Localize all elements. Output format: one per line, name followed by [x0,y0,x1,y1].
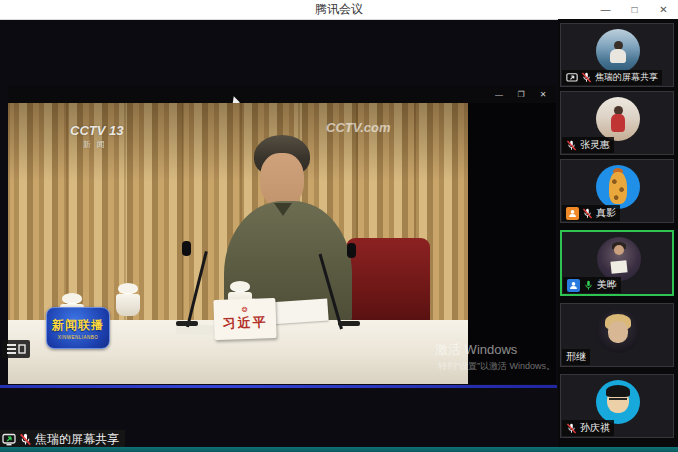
participants-sidebar: 焦瑞的屏幕共享 张灵惠 [558,19,678,452]
microphone-left-head [182,241,191,256]
tencent-meeting-window: 腾讯会议 — □ ✕ — ❐ ✕ 菜单 [0,0,678,452]
shared-screen-area: — ❐ ✕ 菜单 [0,20,558,452]
mic-muted-icon [566,140,577,151]
participant-name: 孙庆祺 [580,421,610,435]
avatar [596,29,640,73]
cctv-com-watermark: CCTV.com [326,120,391,135]
mic-active-icon [583,280,594,291]
xinwen-lianbo-logo: 新闻联播 XINWENLIANBO [46,307,110,349]
nameplate-text: 习近平 [222,313,268,333]
avatar [596,97,640,141]
player-letterbox [468,103,556,366]
mic-muted-icon [566,423,577,434]
participant-label: 美晔 [563,277,621,293]
participant-tile-active-speaker[interactable]: 美晔 [560,230,674,296]
avatar [597,237,641,281]
list-layout-icon [6,343,26,355]
microphone-right-base [338,321,360,326]
cctv13-logo: CCTV 13 新闻 [70,123,123,150]
window-title: 腾讯会议 [0,1,678,18]
participant-label: 张灵惠 [562,137,614,153]
red-chair [346,238,430,326]
avatar [596,380,640,424]
participant-label: 真影 [562,205,620,221]
share-area-divider [0,385,557,388]
shared-player-window: — ❐ ✕ 菜单 [8,85,556,384]
mic-muted-icon [582,208,593,219]
xinwen-lianbo-subtext: XINWENLIANBO [58,335,99,340]
member-badge-icon [566,207,579,220]
desk-nameplate: ❂ 习近平 [213,298,276,340]
player-titlebar: — ❐ ✕ [8,85,556,103]
windows-activate-subtext: 转到“设置”以激活 Windows。 [438,360,555,373]
player-close-button[interactable]: ✕ [534,87,552,101]
participant-tile[interactable]: 孙庆祺 [560,374,674,438]
speaker-face [260,153,304,207]
tv-broadcast-scene: ❂ 习近平 新闻联播 XINWENLIANBO CCTV 13 新闻 CCTV.… [8,103,468,384]
national-emblem-icon: ❂ [242,306,248,313]
participant-label: 孙庆祺 [562,420,614,436]
avatar [596,309,640,353]
member-badge-icon [567,279,580,292]
layout-toggle-button[interactable] [2,340,30,358]
participant-tile[interactable]: 邢继 [560,303,674,367]
participant-name: 邢继 [566,350,586,364]
mic-muted-icon [581,72,592,83]
participant-name: 焦瑞的屏幕共享 [595,71,658,84]
player-minimize-button[interactable]: — [490,87,508,101]
participant-name: 张灵惠 [580,138,610,152]
participant-tile[interactable]: 真影 [560,159,674,223]
titlebar: 腾讯会议 — □ ✕ [0,0,678,20]
screen-share-icon [566,72,578,84]
microphone-left-base [176,321,198,326]
microphone-right-head [347,243,356,258]
tea-cup [116,283,140,316]
cctv13-subtext: 新闻 [70,139,123,150]
mic-muted-icon [19,433,32,446]
participant-label: 邢继 [562,349,590,365]
maximize-button[interactable]: □ [620,0,649,19]
participant-tile[interactable]: 张灵惠 [560,91,674,155]
bottom-accent-bar [0,447,678,452]
avatar [596,165,640,209]
close-button[interactable]: ✕ [649,0,678,19]
screen-share-banner-label: 焦瑞的屏幕共享 [35,431,119,448]
xinwen-lianbo-text: 新闻联播 [52,317,104,334]
cctv13-text: CCTV 13 [70,123,123,138]
participant-name: 美晔 [597,278,617,292]
participant-tile[interactable]: 焦瑞的屏幕共享 [560,23,674,87]
window-controls: — □ ✕ [591,0,678,19]
minimize-button[interactable]: — [591,0,620,19]
participant-label: 焦瑞的屏幕共享 [562,70,662,85]
windows-activate-text: 激活 Windows [435,341,517,359]
screen-share-icon [2,433,16,446]
participant-name: 真影 [596,206,616,220]
player-restore-button[interactable]: ❐ [512,87,530,101]
